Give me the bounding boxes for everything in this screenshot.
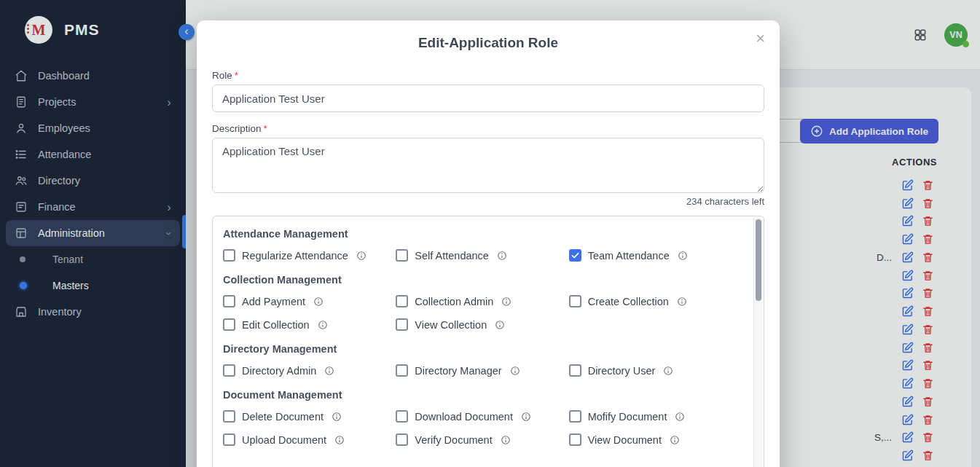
role-input[interactable] [212, 85, 764, 112]
permission-self-attendance[interactable]: Self Attendance [396, 249, 568, 262]
permission-mofify-document[interactable]: Mofify Document [569, 410, 742, 423]
required-asterisk: * [264, 123, 267, 134]
permission-groups: Attendance ManagementRegularize Attendan… [223, 228, 742, 446]
checkbox-unchecked[interactable] [569, 410, 581, 423]
checkbox-unchecked[interactable] [396, 249, 408, 262]
permission-regularize-attendance[interactable]: Regularize Attendance [223, 249, 396, 262]
close-icon[interactable]: × [753, 28, 768, 50]
permission-add-payment[interactable]: Add Payment [223, 295, 396, 307]
checkbox-unchecked[interactable] [223, 410, 235, 423]
scrollbar-track[interactable] [753, 217, 763, 467]
checkbox-unchecked[interactable] [223, 364, 235, 377]
required-asterisk: * [235, 70, 238, 81]
permission-verify-document[interactable]: Verify Document [396, 433, 568, 446]
permission-label: Delete Document [242, 411, 324, 423]
permission-upload-document[interactable]: Upload Document [223, 433, 396, 446]
checkbox-unchecked[interactable] [396, 318, 408, 331]
checkbox-unchecked[interactable] [223, 295, 235, 307]
info-icon [675, 412, 685, 422]
info-icon [521, 412, 531, 422]
role-label: Role* [212, 70, 764, 81]
permission-group-collection-management: Collection ManagementAdd PaymentCollecti… [223, 274, 742, 331]
info-icon [501, 297, 511, 307]
permission-group-attendance-management: Attendance ManagementRegularize Attendan… [223, 228, 742, 262]
checkbox-unchecked[interactable] [569, 295, 581, 307]
permission-label: Regularize Attendance [242, 250, 348, 262]
permission-group-directory-management: Directory ManagementDirectory AdminDirec… [223, 343, 742, 377]
checkbox-unchecked[interactable] [223, 249, 235, 262]
checkbox-unchecked[interactable] [396, 433, 408, 446]
info-icon [663, 366, 673, 376]
permission-group-title: Attendance Management [223, 228, 742, 240]
info-icon [670, 435, 680, 445]
scrollbar-thumb[interactable] [756, 219, 761, 301]
permission-group-document-management: Document ManagementDelete DocumentDownlo… [223, 389, 742, 446]
checkbox-unchecked[interactable] [396, 410, 408, 423]
permission-directory-user[interactable]: Directory User [569, 364, 742, 377]
permission-view-collection[interactable]: View Collection [396, 318, 568, 331]
info-icon [495, 320, 505, 330]
permission-label: Verify Document [415, 434, 492, 446]
checkbox-checked[interactable] [569, 249, 581, 262]
checkbox-unchecked[interactable] [569, 364, 581, 377]
permission-label: View Collection [415, 319, 487, 331]
characters-left-counter: 234 characters left [212, 196, 764, 207]
permission-label: Self Attendance [415, 250, 489, 262]
info-icon [678, 251, 688, 261]
permission-label: Directory Admin [242, 365, 316, 377]
permission-download-document[interactable]: Download Document [396, 410, 568, 423]
info-icon [501, 435, 511, 445]
info-icon [677, 297, 687, 307]
checkbox-unchecked[interactable] [569, 433, 581, 446]
permission-label: Directory User [588, 365, 656, 377]
permission-directory-admin[interactable]: Directory Admin [223, 364, 396, 377]
checkbox-unchecked[interactable] [223, 433, 235, 446]
info-icon [510, 366, 520, 376]
info-icon [324, 366, 334, 376]
permission-edit-collection[interactable]: Edit Collection [223, 318, 396, 331]
permission-label: Add Payment [242, 296, 305, 307]
permission-label: Download Document [415, 411, 513, 423]
permission-directory-manager[interactable]: Directory Manager [396, 364, 568, 377]
permission-label: Directory Manager [415, 365, 501, 377]
permission-label: Team Attendance [588, 250, 670, 262]
checkbox-unchecked[interactable] [223, 318, 235, 331]
permission-delete-document[interactable]: Delete Document [223, 410, 396, 423]
permission-label: Mofify Document [588, 411, 667, 423]
checkbox-unchecked[interactable] [396, 295, 408, 307]
app-root: M PMS DashboardProjects›EmployeesAttenda… [0, 0, 980, 467]
permission-label: Edit Collection [242, 319, 310, 331]
info-icon [313, 297, 324, 307]
description-field: Description* Application Test User 234 c… [212, 123, 764, 207]
permission-create-collection[interactable]: Create Collection [569, 295, 742, 307]
permission-label: View Document [588, 434, 662, 446]
description-textarea[interactable]: Application Test User [212, 138, 764, 193]
info-icon [497, 251, 507, 261]
info-icon [332, 412, 342, 422]
dialog-title: Edit-Application Role [212, 35, 764, 51]
permission-label: Upload Document [242, 434, 326, 446]
permission-collection-admin[interactable]: Collection Admin [396, 295, 568, 307]
info-icon [318, 320, 328, 330]
permission-view-document[interactable]: View Document [569, 433, 742, 446]
permission-team-attendance[interactable]: Team Attendance [569, 249, 742, 262]
role-field: Role* [212, 70, 764, 112]
permission-group-title: Collection Management [223, 274, 742, 286]
permission-group-title: Directory Management [223, 343, 742, 355]
info-icon [356, 251, 366, 261]
checkbox-unchecked[interactable] [396, 364, 408, 377]
permission-label: Create Collection [588, 296, 669, 307]
description-label: Description* [212, 123, 764, 134]
permission-label: Collection Admin [415, 296, 493, 307]
permission-group-title: Document Management [223, 389, 742, 401]
edit-application-role-dialog: × Edit-Application Role Role* Descriptio… [197, 20, 780, 467]
info-icon [334, 435, 345, 445]
permissions-panel: Attendance ManagementRegularize Attendan… [212, 216, 764, 467]
